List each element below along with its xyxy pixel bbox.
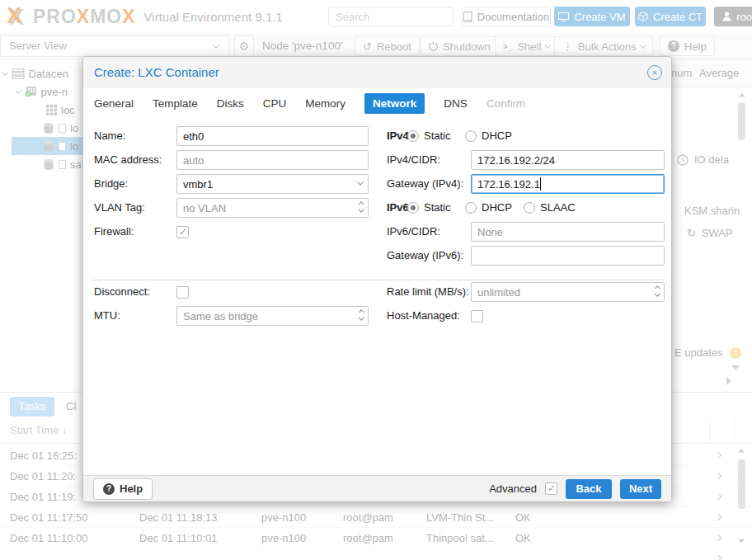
firewall-label: Firewall: [94, 222, 134, 242]
vlan-input[interactable] [176, 198, 369, 218]
ipv6cidr-input[interactable] [471, 222, 665, 242]
ipv6-slaac-radio[interactable] [524, 202, 535, 214]
ipv4cidr-field-wrap [471, 150, 665, 170]
mac-input[interactable] [176, 150, 369, 170]
host-managed-checkbox[interactable] [471, 310, 483, 322]
gw6-field-wrap [471, 246, 665, 266]
ipv4cidr-label: IPv4/CIDR: [387, 150, 440, 170]
proxmox-app: X X PROXMOX Virtual Environment 9.1.1 Do… [0, 0, 752, 560]
ipv6cidr-label: IPv6/CIDR: [387, 222, 440, 242]
ipv6-static-radio[interactable] [407, 202, 419, 214]
ipv4-static-label[interactable]: Static [424, 126, 451, 146]
tab-confirm: Confirm [486, 93, 525, 114]
advanced-label: Advanced [489, 482, 537, 495]
rate-limit-input[interactable] [471, 282, 665, 302]
question-icon: ? [103, 483, 115, 495]
disconnect-checkbox[interactable] [176, 286, 189, 299]
gw6-label: Gateway (IPv6): [387, 246, 463, 266]
next-button[interactable]: Next [620, 479, 661, 499]
back-button[interactable]: Back [566, 479, 612, 499]
mtu-label: MTU: [94, 306, 120, 326]
ipv6-static-label[interactable]: Static [424, 198, 451, 218]
tab-network[interactable]: Network [364, 93, 425, 114]
close-icon[interactable]: × [647, 65, 662, 80]
disconnect-label: Disconnect: [94, 282, 150, 302]
gw4-field-wrap [471, 174, 665, 194]
mac-field-wrap [176, 150, 369, 170]
firewall-checkbox[interactable] [176, 226, 189, 238]
mac-label: MAC address: [94, 150, 162, 170]
vlan-label: VLAN Tag: [94, 198, 145, 218]
advanced-checkbox[interactable] [545, 482, 557, 495]
dialog-title: Create: LXC Container [94, 57, 219, 88]
bridge-input[interactable] [176, 174, 369, 194]
tab-template[interactable]: Template [153, 93, 198, 114]
mtu-spinner[interactable] [176, 306, 369, 326]
dialog-tabs: General Template Disks CPU Memory Networ… [94, 92, 525, 115]
vlan-spinner[interactable] [176, 198, 369, 218]
tab-dns[interactable]: DNS [444, 93, 468, 114]
tab-general[interactable]: General [94, 93, 134, 114]
ipv6-slaac-label[interactable]: SLAAC [540, 198, 576, 218]
tab-disks[interactable]: Disks [217, 93, 244, 114]
ipv4-dhcp-label[interactable]: DHCP [482, 126, 512, 146]
ipv4-dhcp-radio[interactable] [465, 130, 477, 142]
rate-limit-spinner[interactable] [471, 282, 665, 302]
bridge-label: Bridge: [94, 174, 128, 194]
dialog-footer: ? Help Advanced Back Next [83, 475, 671, 501]
ipv6-dhcp-radio[interactable] [465, 202, 477, 214]
dialog-titlebar: Create: LXC Container × [83, 57, 671, 88]
tab-cpu[interactable]: CPU [263, 93, 287, 114]
gw6-input[interactable] [471, 246, 665, 266]
gw4-input[interactable] [471, 174, 665, 194]
ipv6cidr-field-wrap [471, 222, 665, 242]
name-field-wrap [176, 126, 369, 146]
mtu-input[interactable] [176, 306, 369, 326]
text-caret [540, 177, 541, 191]
ipv6-dhcp-label[interactable]: DHCP [482, 198, 512, 218]
name-label: Name: [94, 126, 125, 146]
gw4-label: Gateway (IPv4): [387, 174, 463, 194]
name-input[interactable] [176, 126, 369, 146]
ipv4cidr-input[interactable] [471, 150, 665, 170]
dialog-help-button[interactable]: ? Help [93, 478, 153, 500]
tab-memory[interactable]: Memory [305, 93, 345, 114]
rate-limit-label: Rate limit (MB/s): [387, 282, 469, 302]
ipv4-static-radio[interactable] [407, 130, 419, 142]
host-managed-label: Host-Managed: [387, 306, 460, 326]
advanced-separator [92, 280, 665, 280]
bridge-combo[interactable] [176, 174, 369, 194]
create-lxc-dialog: Create: LXC Container × General Template… [82, 56, 672, 501]
